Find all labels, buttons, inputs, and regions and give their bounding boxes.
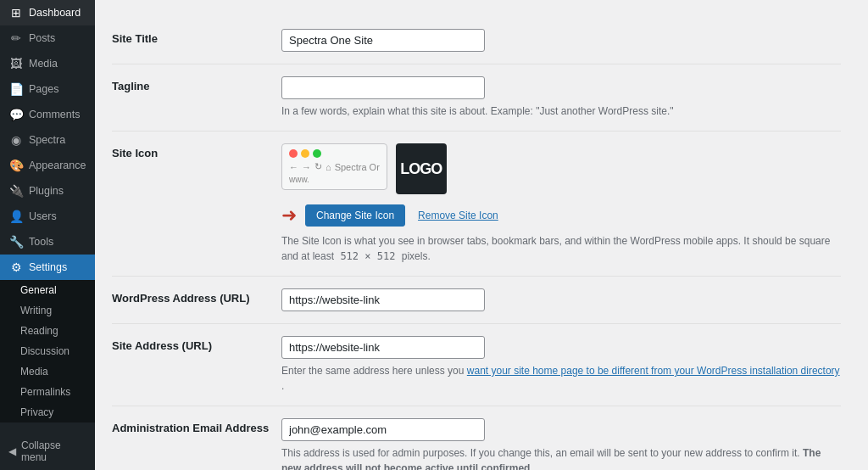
dot-red xyxy=(289,149,298,158)
size-code: 512 × 512 xyxy=(337,249,398,263)
sidebar-item-label: Dashboard xyxy=(29,7,81,19)
submenu-general[interactable]: General xyxy=(0,280,95,300)
sidebar-item-comments[interactable]: 💬 Comments xyxy=(0,102,95,127)
collapse-icon: ◀ xyxy=(8,445,16,457)
users-icon: 👤 xyxy=(8,210,24,223)
site-address-description: Enter the same address here unless you w… xyxy=(281,363,841,394)
site-icon-label: Site Icon xyxy=(112,143,281,159)
dot-yellow xyxy=(301,149,309,158)
site-address-row: Site Address (URL) Enter the same addres… xyxy=(112,324,841,406)
sidebar-item-appearance[interactable]: 🎨 Appearance xyxy=(0,153,95,178)
sidebar-item-label: Posts xyxy=(29,32,55,44)
tagline-row: Tagline In a few words, explain what thi… xyxy=(112,64,841,131)
site-icon-content: ← → ↻ ⌂ Spectra Or www. LOGO ➜ Change Si… xyxy=(281,143,841,264)
sidebar-item-label: Settings xyxy=(29,261,67,273)
admin-email-label: Administration Email Address xyxy=(112,418,281,434)
dot-green xyxy=(313,149,321,158)
submenu-discussion[interactable]: Discussion xyxy=(0,341,95,361)
admin-email-row: Administration Email Address This addres… xyxy=(112,406,841,470)
site-address-link[interactable]: want your site home page to be different… xyxy=(467,365,840,377)
site-address-content: Enter the same address here unless you w… xyxy=(281,336,841,394)
sidebar-item-label: Pages xyxy=(29,83,58,95)
tagline-label: Tagline xyxy=(112,76,281,92)
site-title-content xyxy=(281,29,841,52)
sidebar-item-label: Tools xyxy=(29,236,53,248)
settings-submenu: General Writing Reading Discussion Media… xyxy=(0,280,95,422)
browser-url: www. xyxy=(289,175,380,184)
site-title-input[interactable] xyxy=(281,29,485,52)
site-icon-preview-area: ← → ↻ ⌂ Spectra Or www. LOGO xyxy=(281,143,841,194)
main-content: Site Title Tagline In a few words, expla… xyxy=(95,0,868,470)
tagline-description: In a few words, explain what this site i… xyxy=(281,104,841,119)
submenu-reading[interactable]: Reading xyxy=(0,321,95,341)
site-address-input[interactable] xyxy=(281,336,485,359)
tagline-input[interactable] xyxy=(281,76,485,99)
media-icon: 🖼 xyxy=(8,57,24,70)
comments-icon: 💬 xyxy=(8,108,24,121)
tools-icon: 🔧 xyxy=(8,235,24,249)
sidebar-item-plugins[interactable]: 🔌 Plugins xyxy=(0,178,95,204)
settings-form: Site Title Tagline In a few words, expla… xyxy=(95,0,858,470)
browser-reload-icon: ↻ xyxy=(314,161,322,172)
browser-nav: ← → ↻ ⌂ Spectra Or xyxy=(289,161,380,172)
sidebar: ⊞ Dashboard ✏ Posts 🖼 Media 📄 Pages 💬 Co… xyxy=(0,0,95,470)
spectra-icon: ◉ xyxy=(8,133,24,147)
arrow-icon: ➜ xyxy=(281,204,297,227)
sidebar-item-media[interactable]: 🖼 Media xyxy=(0,51,95,76)
wp-address-label: WordPress Address (URL) xyxy=(112,288,281,305)
tagline-content: In a few words, explain what this site i… xyxy=(281,76,841,119)
change-site-icon-button[interactable]: Change Site Icon xyxy=(305,204,405,227)
admin-email-description: This address is used for admin purposes.… xyxy=(281,445,841,470)
site-address-label: Site Address (URL) xyxy=(112,336,281,352)
sidebar-item-pages[interactable]: 📄 Pages xyxy=(0,76,95,102)
browser-back-icon: ← xyxy=(289,162,298,172)
settings-icon: ⚙ xyxy=(8,260,24,274)
browser-title: Spectra Or xyxy=(335,162,380,172)
sidebar-item-tools[interactable]: 🔧 Tools xyxy=(0,229,95,255)
sidebar-item-spectra[interactable]: ◉ Spectra xyxy=(0,127,95,153)
admin-email-input[interactable] xyxy=(281,418,485,441)
sidebar-item-label: Plugins xyxy=(29,185,64,197)
sidebar-item-users[interactable]: 👤 Users xyxy=(0,204,95,229)
site-title-label: Site Title xyxy=(112,29,281,45)
sidebar-item-dashboard[interactable]: ⊞ Dashboard xyxy=(0,0,95,25)
browser-home-icon: ⌂ xyxy=(326,162,331,172)
arrow-row: ➜ Change Site Icon Remove Site Icon xyxy=(281,204,841,227)
remove-site-icon-button[interactable]: Remove Site Icon xyxy=(414,204,509,227)
submenu-media[interactable]: Media xyxy=(0,361,95,382)
sidebar-item-label: Spectra xyxy=(29,134,65,146)
sidebar-item-label: Users xyxy=(29,210,57,222)
posts-icon: ✏ xyxy=(8,31,24,45)
site-icon-row: Site Icon ← → ↻ ⌂ S xyxy=(112,131,841,277)
admin-email-content: This address is used for admin purposes.… xyxy=(281,418,841,470)
browser-dots xyxy=(289,149,380,158)
sidebar-item-label: Comments xyxy=(29,109,80,120)
browser-mockup: ← → ↻ ⌂ Spectra Or www. xyxy=(281,143,387,190)
sidebar-item-label: Appearance xyxy=(29,159,86,171)
sidebar-item-posts[interactable]: ✏ Posts xyxy=(0,25,95,51)
submenu-permalinks[interactable]: Permalinks xyxy=(0,382,95,402)
appearance-icon: 🎨 xyxy=(8,159,24,172)
plugins-icon: 🔌 xyxy=(8,184,24,198)
dashboard-icon: ⊞ xyxy=(8,6,24,20)
site-title-row: Site Title xyxy=(112,17,841,64)
submenu-privacy[interactable]: Privacy xyxy=(0,402,95,422)
pages-icon: 📄 xyxy=(8,82,24,96)
browser-forward-icon: → xyxy=(302,162,311,172)
site-icon-description: The Site Icon is what you see in browser… xyxy=(281,233,841,264)
sidebar-item-label: Media xyxy=(29,58,58,70)
collapse-menu-button[interactable]: ◀ Collapse menu xyxy=(0,433,95,470)
submenu-writing[interactable]: Writing xyxy=(0,300,95,321)
sidebar-item-settings[interactable]: ⚙ Settings xyxy=(0,255,95,280)
site-icon-logo: LOGO xyxy=(396,143,447,194)
wp-address-input[interactable] xyxy=(281,288,485,311)
wp-address-row: WordPress Address (URL) xyxy=(112,277,841,324)
wp-address-content xyxy=(281,288,841,311)
